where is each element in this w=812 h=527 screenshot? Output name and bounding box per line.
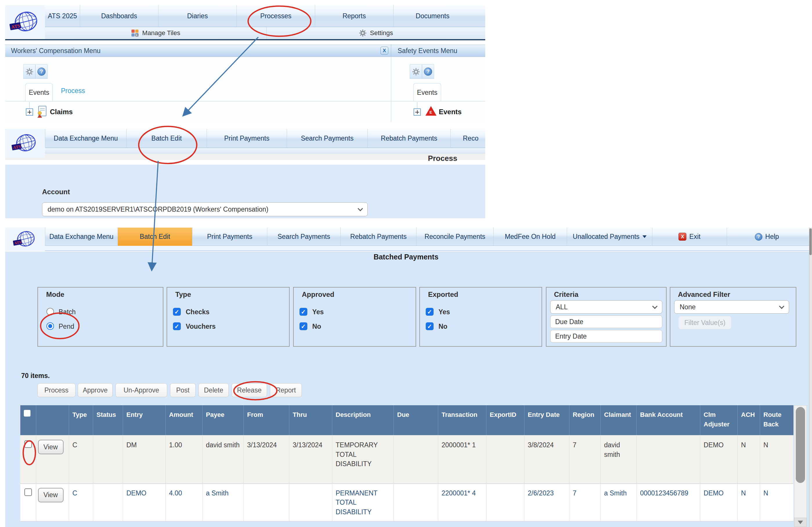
table-scrollbar-thumb[interactable] xyxy=(796,407,805,483)
criteria-label: Criteria xyxy=(554,290,578,299)
mode-batch-radio[interactable] xyxy=(46,308,54,315)
cell-claimant: david smith xyxy=(600,435,636,483)
tab-search-payments[interactable]: Search Payments xyxy=(267,228,340,246)
approve-button[interactable]: Approve xyxy=(78,383,113,397)
tab-reports[interactable]: Reports xyxy=(315,5,393,27)
tab-print-payments[interactable]: Print Payments xyxy=(207,129,287,148)
criteria-select[interactable]: ALL xyxy=(550,300,662,314)
mid-substrip xyxy=(5,148,485,154)
tab-label: Reconcile Payments xyxy=(424,233,485,241)
gear-icon xyxy=(412,68,420,76)
type-vouchers-checkbox[interactable]: ✓ xyxy=(173,322,181,330)
settings-gear-icon xyxy=(359,29,366,37)
un-approve-button[interactable]: Un-Approve xyxy=(116,383,167,397)
col-ach: ACH xyxy=(737,405,760,435)
wc-tree-stub xyxy=(29,102,30,108)
process-button[interactable]: Process xyxy=(38,383,75,397)
advanced-filter-label-text: Advanced Filter xyxy=(678,290,730,298)
tab-print-payments[interactable]: Print Payments xyxy=(192,228,267,246)
help-icon: ? xyxy=(424,67,432,76)
close-icon[interactable]: X xyxy=(380,47,388,55)
view-button[interactable]: View xyxy=(38,488,63,502)
tab-dashboards[interactable]: Dashboards xyxy=(80,5,158,27)
tab-label: Help xyxy=(765,233,779,241)
entry-date-value: Entry Date xyxy=(555,332,587,340)
tab-processes[interactable]: Processes xyxy=(236,5,315,27)
expand-plus-icon[interactable] xyxy=(26,108,33,116)
manage-tiles-button[interactable]: Manage Tiles xyxy=(45,27,267,39)
tab-unallocated-payments[interactable]: Unallocated Payments xyxy=(567,228,652,246)
wc-gear-button[interactable] xyxy=(23,64,35,79)
tab-label: Search Payments xyxy=(277,233,330,241)
delete-button[interactable]: Delete xyxy=(199,383,229,397)
button-label: Delete xyxy=(204,387,223,394)
wc-tab-process[interactable]: Process xyxy=(61,87,85,95)
exported-no-checkbox[interactable]: ✓ xyxy=(426,322,434,330)
batched-payments-table: Type Status Entry Amount Payee From Thru… xyxy=(20,405,794,522)
tab-data-exchange-menu[interactable]: Data Exchange Menu xyxy=(45,228,117,246)
account-select[interactable]: demo on ATS2019SERVER1\ATSCORPDB2019 (Wo… xyxy=(42,202,368,216)
exported-yes-label: Yes xyxy=(438,308,450,316)
tab-documents[interactable]: Documents xyxy=(393,5,472,27)
settings-button[interactable]: Settings xyxy=(267,27,485,39)
tab-data-exchange-menu[interactable]: Data Exchange Menu xyxy=(45,129,126,148)
row-checkbox[interactable] xyxy=(24,440,32,448)
tab-reconcile-payments[interactable]: Reconcile Payments xyxy=(416,228,493,246)
advanced-filter-select[interactable]: None xyxy=(674,300,789,314)
tab-help[interactable]: ? Help xyxy=(727,228,807,246)
wc-tree-item-claims[interactable]: Claims xyxy=(50,108,73,116)
release-button[interactable]: Release xyxy=(232,383,267,397)
ats-logo: ATS xyxy=(5,5,45,39)
label-text: Batch xyxy=(59,308,76,316)
expand-plus-icon[interactable] xyxy=(414,108,421,116)
tab-search-payments[interactable]: Search Payments xyxy=(287,129,367,148)
window-scrollbar-track[interactable] xyxy=(809,228,812,527)
cell-entry: DEMO xyxy=(123,483,165,522)
type-label-text: Type xyxy=(175,290,191,298)
ats-logo: ATS xyxy=(5,228,45,251)
due-date-input[interactable]: Due Date xyxy=(550,315,662,328)
page-title-label: Batched Payments xyxy=(374,253,438,261)
safety-gear-button[interactable] xyxy=(410,64,422,79)
tab-rebatch-payments[interactable]: Rebatch Payments xyxy=(367,129,450,148)
approved-no-checkbox[interactable]: ✓ xyxy=(300,322,307,330)
due-date-value: Due Date xyxy=(555,318,583,326)
tab-exit[interactable]: X Exit xyxy=(652,228,727,246)
tab-documents-label: Documents xyxy=(416,12,449,20)
type-checks-checkbox[interactable]: ✓ xyxy=(173,308,181,316)
tab-diaries[interactable]: Diaries xyxy=(158,5,236,27)
approved-yes-checkbox[interactable]: ✓ xyxy=(300,308,307,316)
report-button[interactable]: Report xyxy=(270,383,302,397)
post-button[interactable]: Post xyxy=(170,383,195,397)
col-bank-account: Bank Account xyxy=(636,405,700,435)
tab-batch-edit-active[interactable]: Batch Edit xyxy=(117,228,192,246)
safety-tab-events[interactable]: Events xyxy=(413,83,441,102)
safety-tree-item-events[interactable]: Events xyxy=(439,108,462,116)
wc-tab-events[interactable]: Events xyxy=(25,83,53,102)
view-button[interactable]: View xyxy=(38,440,63,454)
tab-reconcile-cut[interactable]: Reco xyxy=(450,129,485,148)
cell-entry-date: 3/8/2024 xyxy=(524,435,569,483)
cell-clm-adjuster: DEMO xyxy=(700,435,737,483)
tab-medfee-on-hold[interactable]: MedFee On Hold xyxy=(493,228,567,246)
table-scrollbar-down-button[interactable] xyxy=(794,518,807,527)
entry-date-input[interactable]: Entry Date xyxy=(550,330,662,343)
row-checkbox[interactable] xyxy=(24,488,32,496)
safety-help-button[interactable]: ? xyxy=(422,64,434,79)
tab-label: Exit xyxy=(689,233,700,241)
wc-help-button[interactable]: ? xyxy=(35,64,47,79)
col-claimant: Claimant xyxy=(600,405,636,435)
exported-yes-checkbox[interactable]: ✓ xyxy=(426,308,434,316)
button-label: Post xyxy=(176,387,189,394)
chevron-down-icon xyxy=(779,303,784,309)
filter-values-button[interactable]: Filter Value(s) xyxy=(679,316,731,329)
tab-reports-label: Reports xyxy=(343,12,366,20)
select-all-checkbox[interactable] xyxy=(24,410,30,417)
tab-batch-edit[interactable]: Batch Edit xyxy=(126,129,207,148)
window-scrollbar-thumb[interactable] xyxy=(809,228,812,255)
cell-region: 7 xyxy=(569,435,600,483)
mode-pend-radio[interactable] xyxy=(46,322,54,330)
col-transaction: Transaction xyxy=(438,405,486,435)
chevron-down-icon xyxy=(358,206,363,211)
tab-rebatch-payments[interactable]: Rebatch Payments xyxy=(340,228,416,246)
